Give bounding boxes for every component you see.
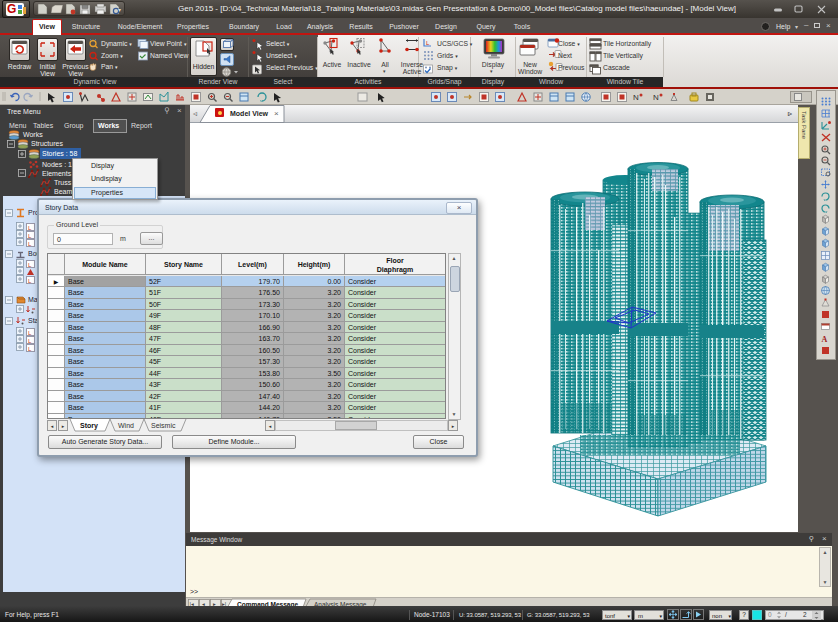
svg-text:Wind: Wind: [118, 422, 134, 429]
svg-text:A: A: [822, 335, 828, 344]
svg-text:N: N: [653, 93, 659, 102]
svg-text:Seismic: Seismic: [151, 422, 176, 429]
svg-text:Story: Story: [80, 422, 98, 430]
svg-text:L: L: [426, 40, 430, 46]
svg-text:N: N: [633, 93, 639, 102]
